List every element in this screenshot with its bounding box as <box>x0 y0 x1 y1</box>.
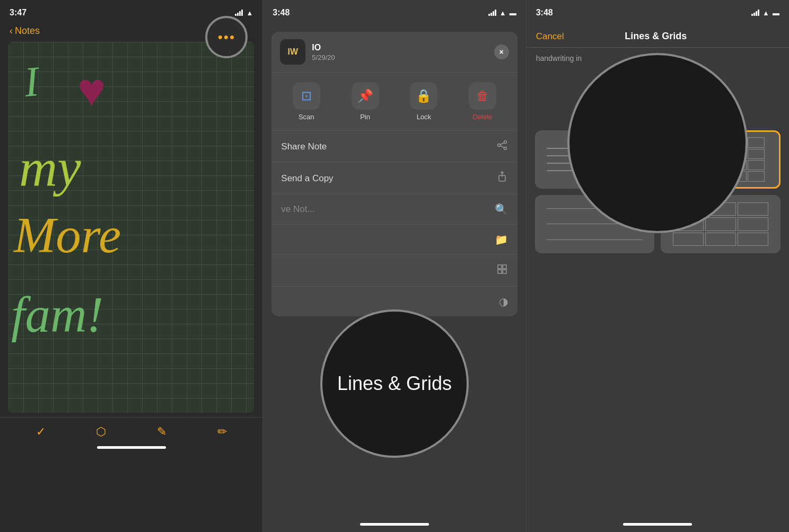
compose-icon[interactable]: ✏ <box>217 425 227 439</box>
folder-icon: 📁 <box>495 233 508 246</box>
cancel-button[interactable]: Cancel <box>536 31 564 42</box>
hw-my: my <box>19 137 81 198</box>
panel-lines-grids: 3:48 ▲ ▬ Cancel Lines & Grids handwritin… <box>527 0 789 532</box>
share-note-icon <box>496 139 508 154</box>
status-icons-1: ▲ <box>235 9 253 17</box>
time-3: 3:48 <box>536 8 553 17</box>
status-bar-2: 3:48 ▲ ▬ <box>263 0 525 23</box>
grid-icon <box>496 263 508 278</box>
note-canvas[interactable]: I ♥ my More fam! <box>8 42 254 413</box>
send-copy-icon <box>496 171 508 185</box>
panel-menu: 3:48 ▲ ▬ IW IO 5/29/20 × <box>263 0 526 532</box>
action-icons-row: ⊡ Scan 📌 Pin 🔒 Lock 🗑 Delete <box>271 73 517 131</box>
svg-line-3 <box>500 143 504 145</box>
move-note-item[interactable]: ve Not... 🔍 <box>271 194 517 225</box>
scan-icon-circle: ⊡ <box>293 82 320 110</box>
share-note-item[interactable]: Share Note <box>271 131 517 163</box>
svg-rect-6 <box>498 265 502 269</box>
battery-icon-2: ▬ <box>510 9 516 17</box>
more-dots-icon: ••• <box>218 29 235 46</box>
location-icon-1: ▲ <box>246 9 253 17</box>
home-indicator-1 <box>97 446 166 449</box>
action-sheet: IW IO 5/29/20 × ⊡ Scan 📌 Pin <box>271 32 517 316</box>
zoom-circle: Lines & Grids <box>320 309 469 458</box>
battery-icon-3: ▬ <box>773 9 779 17</box>
lock-icon-circle: 🔒 <box>410 82 437 110</box>
lines-grids-item[interactable] <box>271 255 517 287</box>
pin-label: Pin <box>360 113 370 121</box>
send-copy-label: Send a Copy <box>281 173 333 184</box>
wifi-icon-2: ▲ <box>499 9 506 17</box>
time-1: 3:47 <box>10 8 27 17</box>
zoom-circle-content: Lines & Grids <box>337 373 452 395</box>
wifi-icon-3: ▲ <box>762 9 769 17</box>
home-indicator-2 <box>360 523 429 526</box>
signal-icon-2 <box>488 10 496 16</box>
svg-point-0 <box>504 141 506 144</box>
delete-icon-circle: 🗑 <box>469 82 496 110</box>
back-label: Notes <box>15 25 40 37</box>
action-sheet-header: IW IO 5/29/20 × <box>271 32 517 73</box>
bottom-toolbar: ✓ ⬡ ✎ ✏ <box>0 417 262 442</box>
signal-icon-3 <box>751 10 759 16</box>
status-bar-3: 3:48 ▲ ▬ <box>527 0 789 23</box>
delete-action[interactable]: 🗑 Delete <box>469 82 496 121</box>
signal-icon-1 <box>235 10 243 16</box>
hw-fam: fam! <box>11 286 103 344</box>
chevron-left-icon: ‹ <box>10 25 13 37</box>
contrast-icon: ◑ <box>499 295 508 308</box>
status-icons-3: ▲ ▬ <box>751 9 779 17</box>
note-thumbnail: IW <box>280 39 305 65</box>
close-icon: × <box>499 48 504 56</box>
check-icon[interactable]: ✓ <box>36 425 46 439</box>
hw-heart: ♥ <box>77 63 106 118</box>
scan-icon: ⊡ <box>301 88 312 103</box>
circle-overlay <box>567 53 748 233</box>
svg-line-4 <box>500 146 504 148</box>
panel-notes: 3:47 ▲ ‹ Notes ••• I ♥ my More fam! ✓ ⬡ <box>0 0 263 532</box>
scan-action[interactable]: ⊡ Scan <box>293 82 320 121</box>
folder-item[interactable]: 📁 <box>271 225 517 255</box>
back-button[interactable]: ‹ Notes <box>10 25 40 37</box>
search-icon: 🔍 <box>495 203 508 216</box>
share-note-label: Share Note <box>281 141 327 152</box>
svg-point-2 <box>497 144 500 147</box>
pin-icon: 📌 <box>357 88 373 103</box>
more-button[interactable]: ••• <box>205 16 248 58</box>
draw-icon[interactable]: ✎ <box>157 425 166 439</box>
zoom-label: Lines & Grids <box>337 373 452 394</box>
lock-icon: 🔒 <box>416 88 432 103</box>
svg-rect-7 <box>503 265 506 269</box>
delete-icon: 🗑 <box>476 88 489 103</box>
close-button[interactable]: × <box>494 45 509 59</box>
h-line-3 <box>547 240 643 240</box>
note-name: IO <box>312 43 494 52</box>
note-meta: IO 5/29/20 <box>312 43 494 61</box>
page-title: Lines & Grids <box>625 31 687 42</box>
lines-grids-header: Cancel Lines & Grids <box>527 23 789 48</box>
status-icons-2: ▲ ▬ <box>488 9 516 17</box>
note-date: 5/29/20 <box>312 54 494 61</box>
time-2: 3:48 <box>273 8 290 17</box>
pin-action[interactable]: 📌 Pin <box>352 82 379 121</box>
hw-more: More <box>14 206 121 264</box>
svg-point-1 <box>504 147 506 150</box>
svg-rect-8 <box>498 270 502 273</box>
lock-label: Lock <box>417 113 431 121</box>
camera-icon[interactable]: ⬡ <box>96 425 106 439</box>
home-indicator-3 <box>623 523 692 526</box>
send-copy-item[interactable]: Send a Copy <box>271 163 517 194</box>
pin-icon-circle: 📌 <box>352 82 379 110</box>
delete-label: Delete <box>472 113 493 121</box>
hw-letter-i: I <box>22 57 40 107</box>
move-note-label: ve Not... <box>281 204 314 215</box>
lock-action[interactable]: 🔒 Lock <box>410 82 437 121</box>
scan-label: Scan <box>299 113 314 121</box>
svg-rect-9 <box>503 270 506 273</box>
